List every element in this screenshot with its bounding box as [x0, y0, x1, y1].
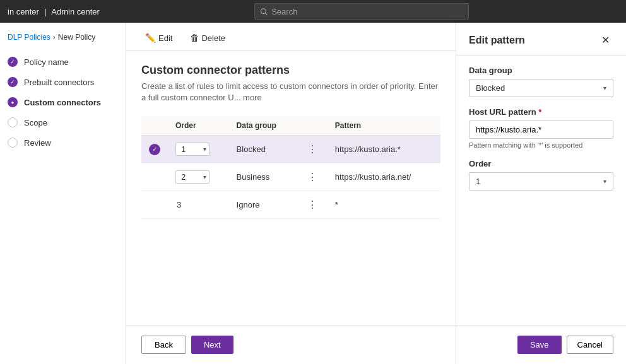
next-button[interactable]: Next	[191, 336, 233, 354]
edit-button[interactable]: ✏️ Edit	[141, 30, 176, 45]
table-row[interactable]: 3 Ignore ⋮ *	[141, 191, 440, 219]
required-star: *	[538, 107, 541, 117]
data-group-label: Data group	[469, 66, 613, 75]
section-title: Custom connector patterns	[141, 64, 440, 77]
col-pattern: Pattern	[328, 116, 440, 136]
breadcrumb: DLP Policies › New Policy	[0, 28, 126, 47]
sidebar-label-review: Review	[24, 138, 51, 148]
sidebar-label-prebuilt-connectors: Prebuilt connectors	[24, 78, 94, 87]
nav-dot-prebuilt-connectors	[8, 77, 18, 87]
edit-icon: ✏️	[145, 33, 156, 43]
svg-line-1	[265, 13, 267, 15]
row-order-cell-2[interactable]: 2 ▾	[168, 163, 229, 191]
sidebar-item-custom-connectors[interactable]: Custom connectors	[0, 92, 126, 112]
row-pattern-cell-2: https://kusto.aria.net/	[328, 163, 440, 191]
breadcrumb-parent[interactable]: DLP Policies	[8, 33, 50, 42]
content-body: Custom connector patterns Create a list …	[126, 51, 456, 232]
nav-admin-center: Admin center	[51, 7, 100, 16]
data-group-field: Data group Blocked ▾	[469, 66, 613, 97]
row-order-cell-3: 3	[168, 191, 229, 219]
sidebar: DLP Policies › New Policy Policy name Pr…	[0, 23, 126, 364]
order-arrow-2: ▾	[203, 173, 206, 180]
order-dropdown-2[interactable]: 2 ▾	[175, 170, 210, 184]
top-nav: in center | Admin center	[0, 0, 626, 23]
col-check	[141, 116, 168, 136]
row-group-cell-2: Business	[229, 163, 297, 191]
edit-panel-footer: Save Cancel	[456, 325, 626, 364]
delete-label: Delete	[201, 33, 225, 43]
nav-separator: |	[44, 7, 46, 16]
row-group-cell-3: Ignore	[229, 191, 297, 219]
row-more-cell-1[interactable]: ⋮	[297, 136, 328, 163]
row-group-cell-1: Blocked	[229, 136, 297, 163]
delete-button[interactable]: 🗑 Delete	[186, 30, 229, 45]
col-order: Order	[168, 116, 229, 136]
order-arrow: ▾	[603, 178, 606, 185]
search-input[interactable]	[271, 7, 463, 16]
order-dropdown[interactable]: 1 ▾	[469, 172, 613, 191]
back-button[interactable]: Back	[141, 336, 186, 354]
order-arrow-1: ▾	[203, 146, 206, 153]
data-group-arrow: ▾	[603, 85, 606, 91]
host-url-hint: Pattern matching with '*' is supported	[469, 141, 613, 149]
row-more-cell-2[interactable]: ⋮	[297, 163, 328, 191]
nav-dot-scope	[8, 117, 18, 127]
sidebar-label-scope: Scope	[24, 118, 47, 127]
table-row[interactable]: 2 ▾ Business ⋮ https://kusto.aria.net/	[141, 163, 440, 191]
more-btn-3[interactable]: ⋮	[305, 197, 320, 212]
data-group-value: Blocked	[476, 83, 505, 93]
edit-panel-body: Data group Blocked ▾ Host URL pattern * …	[456, 56, 626, 325]
row-check-cell: ✓	[141, 136, 168, 163]
sidebar-label-policy-name: Policy name	[24, 57, 69, 67]
save-button[interactable]: Save	[517, 336, 562, 354]
row-order-cell[interactable]: 1 ▾	[168, 136, 229, 163]
nav-dot-review	[8, 138, 18, 148]
nav-items: Policy name Prebuilt connectors Custom c…	[0, 52, 126, 153]
delete-icon: 🗑	[190, 33, 199, 43]
main-layout: DLP Policies › New Policy Policy name Pr…	[0, 23, 626, 364]
svg-point-0	[261, 8, 266, 13]
edit-panel-title: Edit pattern	[469, 35, 525, 46]
row-check-cell-2	[141, 163, 168, 191]
more-btn-1[interactable]: ⋮	[305, 142, 320, 156]
row-pattern-cell-3: *	[328, 191, 440, 219]
content-area: ✏️ Edit 🗑 Delete Custom connector patter…	[126, 23, 456, 364]
patterns-table: Order Data group Pattern ✓ 1	[141, 116, 440, 219]
col-more	[297, 116, 328, 136]
edit-panel-header: Edit pattern ✕	[456, 23, 626, 56]
sidebar-label-custom-connectors: Custom connectors	[24, 98, 101, 107]
section-desc: Create a list of rules to limit access t…	[141, 81, 440, 103]
row-check-cell-3	[141, 191, 168, 219]
order-value-1: 1	[181, 144, 186, 154]
row-check-icon: ✓	[149, 144, 160, 155]
content-toolbar: ✏️ Edit 🗑 Delete	[126, 23, 456, 51]
order-dropdown-1[interactable]: 1 ▾	[175, 143, 210, 156]
sidebar-item-prebuilt-connectors[interactable]: Prebuilt connectors	[0, 72, 126, 92]
search-bar[interactable]	[254, 3, 469, 20]
search-icon	[260, 8, 268, 16]
order-value: 1	[476, 177, 480, 186]
sidebar-item-review[interactable]: Review	[0, 132, 126, 153]
host-url-field: Host URL pattern * Pattern matching with…	[469, 107, 613, 149]
cancel-button[interactable]: Cancel	[567, 336, 613, 354]
col-data-group: Data group	[229, 116, 297, 136]
table-row[interactable]: ✓ 1 ▾ Blocked ⋮ https://kusto.aria.	[141, 136, 440, 163]
host-url-input[interactable]	[469, 120, 613, 139]
close-button[interactable]: ✕	[598, 33, 613, 47]
more-btn-2[interactable]: ⋮	[305, 170, 320, 184]
host-url-label: Host URL pattern *	[469, 107, 613, 117]
nav-dot-policy-name	[8, 57, 18, 67]
data-group-dropdown[interactable]: Blocked ▾	[469, 79, 613, 97]
nav-prefix: in center	[8, 7, 39, 16]
breadcrumb-separator: ›	[53, 33, 56, 42]
order-label: Order	[469, 159, 613, 168]
sidebar-item-policy-name[interactable]: Policy name	[0, 52, 126, 72]
content-footer: Back Next	[126, 325, 456, 364]
nav-dot-custom-connectors	[8, 97, 18, 107]
sidebar-item-scope[interactable]: Scope	[0, 112, 126, 132]
edit-label: Edit	[158, 33, 172, 43]
row-pattern-cell-1: https://kusto.aria.*	[328, 136, 440, 163]
row-more-cell-3[interactable]: ⋮	[297, 191, 328, 219]
order-field: Order 1 ▾	[469, 159, 613, 191]
edit-panel: Edit pattern ✕ Data group Blocked ▾ Host…	[456, 23, 626, 364]
